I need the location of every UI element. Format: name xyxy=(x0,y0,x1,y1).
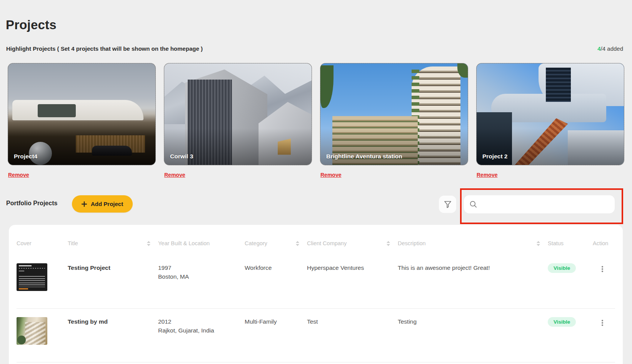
project-card-name: Brightline Aventura station xyxy=(326,153,402,160)
add-project-label: Add Project xyxy=(91,201,123,207)
counter-added: 4 xyxy=(597,45,600,52)
table-row: Testing by md 2012 Rajkot, Gujarat, Indi… xyxy=(17,309,615,362)
location-value: Rajkot, Gujarat, India xyxy=(158,326,245,335)
project-card-name: Project 2 xyxy=(482,153,507,160)
highlight-card-slot: Brightline Aventura station Remove xyxy=(320,63,468,178)
status-cell: Visible xyxy=(548,263,593,273)
header-cell-year-location: Year Built & Location xyxy=(158,240,245,246)
art-shape xyxy=(19,288,28,289)
search-icon xyxy=(469,200,477,208)
status-cell: Visible xyxy=(548,317,593,327)
kebab-menu-button[interactable] xyxy=(597,317,608,329)
project-title-cell: Testing Project xyxy=(68,263,158,272)
add-project-button[interactable]: Add Project xyxy=(72,195,133,213)
sort-icon xyxy=(387,241,390,246)
table-header: Cover Title Year Built & Location Catego… xyxy=(17,225,615,255)
project-card-name: Corwil 3 xyxy=(170,153,193,160)
description-cell: This is an awesome project! Great! xyxy=(398,263,548,272)
action-cell xyxy=(593,317,627,329)
project-card-name: Project4 xyxy=(14,153,37,160)
highlight-counter: 4/4 added xyxy=(597,45,623,52)
highlight-card-project4[interactable]: Project4 xyxy=(8,63,156,165)
year-value: 2012 xyxy=(158,317,245,326)
header-cell-action: Action xyxy=(593,240,627,246)
search-box[interactable] xyxy=(464,195,615,213)
status-badge: Visible xyxy=(548,317,576,327)
highlight-cards-row: Project4 Remove Corwil 3 Remove Brightli… xyxy=(8,63,624,178)
kebab-icon xyxy=(602,324,603,326)
highlight-card-slot: Project 2 Remove xyxy=(476,63,624,178)
kebab-icon xyxy=(602,266,603,268)
cover-thumbnail xyxy=(17,263,47,291)
remove-link[interactable]: Remove xyxy=(8,172,29,178)
kebab-icon xyxy=(602,268,603,270)
year-location-cell: 1997 Boston, MA xyxy=(158,263,245,281)
description-cell: Testing xyxy=(398,317,548,326)
cover-cell xyxy=(17,263,68,291)
kebab-menu-button[interactable] xyxy=(597,263,608,275)
portfolio-heading: Portfolio Projects xyxy=(6,200,57,207)
header-cell-client-company[interactable]: Client Company xyxy=(307,240,398,246)
plus-icon xyxy=(82,201,87,207)
header-cell-cover: Cover xyxy=(17,240,68,246)
highlight-card-brightline[interactable]: Brightline Aventura station xyxy=(320,63,468,165)
art-shape xyxy=(320,65,334,108)
projects-page: Projects Highlight Projects ( Set 4 proj… xyxy=(0,0,632,364)
filter-button[interactable] xyxy=(439,196,456,213)
kebab-icon xyxy=(602,322,603,324)
kebab-icon xyxy=(602,320,603,321)
highlight-card-slot: Project4 Remove xyxy=(8,63,156,178)
sort-icon xyxy=(296,241,299,246)
highlight-section-header: Highlight Projects ( Set 4 projects that… xyxy=(6,45,623,52)
highlight-heading: Highlight Projects ( Set 4 projects that… xyxy=(6,45,203,52)
category-cell: Workforce xyxy=(245,263,307,272)
highlight-card-project-2[interactable]: Project 2 xyxy=(476,63,624,165)
projects-table-card: Cover Title Year Built & Location Catego… xyxy=(9,225,623,364)
client-company-cell: Test xyxy=(307,317,398,326)
cover-cell xyxy=(17,317,68,345)
highlight-card-corwil-3[interactable]: Corwil 3 xyxy=(164,63,312,165)
kebab-icon xyxy=(602,271,603,272)
art-shape xyxy=(19,276,45,287)
status-badge: Visible xyxy=(548,263,576,273)
header-label: Title xyxy=(68,240,78,246)
remove-link[interactable]: Remove xyxy=(477,172,497,178)
category-cell: Multi-Family xyxy=(245,317,307,326)
project-title-cell: Testing by md xyxy=(68,317,158,326)
header-label: Client Company xyxy=(307,240,347,246)
art-shape xyxy=(38,104,76,117)
art-shape xyxy=(19,271,24,271)
counter-total: /4 added xyxy=(601,45,623,52)
funnel-icon xyxy=(444,200,452,209)
table-row: Testing Project 1997 Boston, MA Workforc… xyxy=(17,255,615,309)
page-title: Projects xyxy=(6,18,57,32)
header-cell-status: Status xyxy=(548,240,593,246)
action-cell xyxy=(593,263,627,275)
header-cell-description[interactable]: Description xyxy=(398,240,548,246)
sort-icon xyxy=(147,241,150,246)
header-cell-category[interactable]: Category xyxy=(245,240,307,246)
client-company-cell: Hyperspace Ventures xyxy=(307,263,398,272)
remove-link[interactable]: Remove xyxy=(164,172,185,178)
year-value: 1997 xyxy=(158,263,245,272)
art-shape xyxy=(12,100,143,120)
year-location-cell: 2012 Rajkot, Gujarat, India xyxy=(158,317,245,335)
header-cell-title[interactable]: Title xyxy=(68,240,158,246)
search-input[interactable] xyxy=(480,195,610,213)
art-shape xyxy=(19,265,32,266)
header-label: Description xyxy=(398,240,426,246)
sort-icon xyxy=(537,241,540,246)
art-shape xyxy=(19,268,45,269)
art-shape xyxy=(546,68,571,102)
cover-thumbnail xyxy=(17,317,47,345)
location-value: Boston, MA xyxy=(158,272,245,281)
header-label: Category xyxy=(245,240,267,246)
remove-link[interactable]: Remove xyxy=(320,172,341,178)
highlight-card-slot: Corwil 3 Remove xyxy=(164,63,312,178)
